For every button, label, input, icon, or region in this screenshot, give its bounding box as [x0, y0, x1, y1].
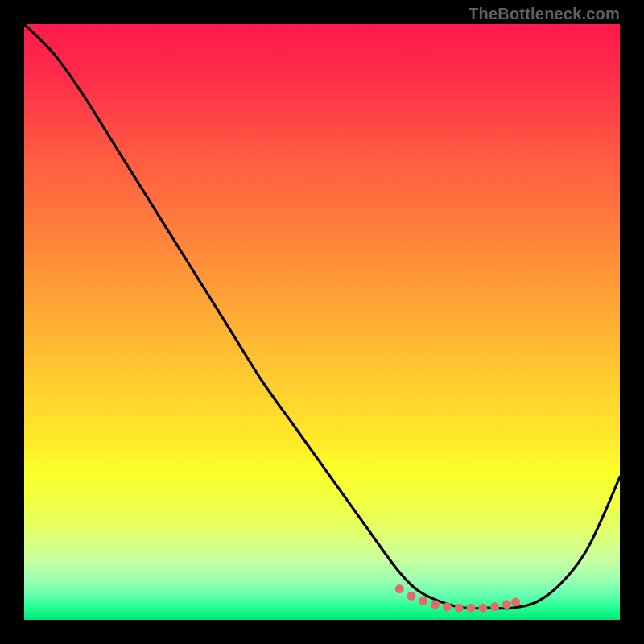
plot-area: [24, 24, 620, 620]
marker-dot: [478, 604, 487, 613]
marker-dot: [395, 584, 404, 593]
marker-dot: [502, 600, 511, 609]
marker-dot: [407, 592, 416, 601]
marker-dot: [455, 604, 464, 613]
attribution-text: TheBottleneck.com: [469, 5, 620, 23]
marker-dot: [419, 597, 427, 605]
marker-dot: [511, 597, 520, 606]
chart-svg: [24, 24, 620, 620]
bottleneck-curve: [24, 24, 620, 609]
marker-dot: [443, 602, 452, 611]
marker-dot: [431, 600, 440, 609]
chart-frame: TheBottleneck.com: [0, 0, 644, 644]
marker-dot: [467, 604, 476, 613]
marker-dot: [490, 602, 499, 611]
